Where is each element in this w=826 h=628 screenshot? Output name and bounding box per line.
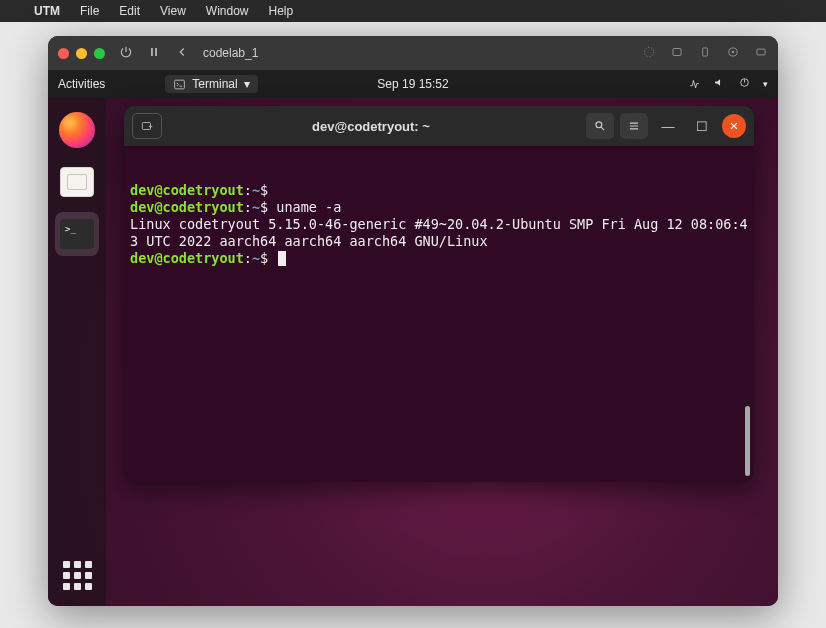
back-icon[interactable] [175, 45, 189, 62]
close-icon [727, 119, 741, 133]
terminal-body[interactable]: dev@codetryout:~$ dev@codetryout:~$ unam… [124, 146, 754, 482]
svg-point-4 [732, 50, 734, 52]
ubuntu-dock: >_ [48, 98, 106, 606]
utm-titlebar: codelab_1 [48, 36, 778, 70]
help-menu[interactable]: Help [269, 4, 294, 18]
terminal-headerbar: dev@codetryout: ~ — ☐ [124, 106, 754, 146]
svg-rect-2 [703, 47, 708, 55]
show-applications-button[interactable] [60, 558, 94, 592]
terminal-title: dev@codetryout: ~ [162, 119, 580, 134]
new-tab-button[interactable] [132, 113, 162, 139]
terminal-line: dev@codetryout:~$ [130, 182, 748, 199]
file-menu[interactable]: File [80, 4, 99, 18]
power-menu-icon[interactable] [738, 76, 751, 92]
network-icon[interactable] [688, 76, 701, 92]
terminal-line: Linux codetryout 5.15.0-46-generic #49~2… [130, 216, 748, 250]
terminal-line: dev@codetryout:~$ [130, 250, 748, 267]
chevron-down-icon: ▾ [244, 77, 250, 91]
window-menu[interactable]: Window [206, 4, 249, 18]
minimize-button[interactable]: — [654, 113, 682, 139]
svg-point-9 [596, 122, 602, 128]
minimize-button[interactable] [76, 48, 87, 59]
zoom-button[interactable] [94, 48, 105, 59]
terminal-scrollbar[interactable] [745, 406, 750, 476]
macos-menubar: UTM File Edit View Window Help [0, 0, 826, 22]
usb-icon[interactable] [698, 45, 712, 62]
dock-item-terminal[interactable]: >_ [55, 212, 99, 256]
chevron-down-icon[interactable]: ▾ [763, 79, 768, 89]
firefox-icon [59, 112, 95, 148]
close-button[interactable] [58, 48, 69, 59]
files-icon [60, 167, 94, 197]
terminal-icon: >_ [60, 219, 94, 249]
power-icon[interactable] [119, 45, 133, 62]
view-menu[interactable]: View [160, 4, 186, 18]
vm-title: codelab_1 [203, 46, 258, 60]
pause-icon[interactable] [147, 45, 161, 62]
terminal-small-icon [173, 78, 186, 91]
dock-item-files[interactable] [55, 160, 99, 204]
clock[interactable]: Sep 19 15:52 [377, 77, 448, 91]
window-controls [58, 48, 105, 59]
svg-rect-6 [175, 80, 185, 89]
cursor [278, 251, 286, 266]
search-icon [593, 119, 607, 133]
terminal-window: dev@codetryout: ~ — ☐ dev@codetryout:~$ … [124, 106, 754, 482]
app-menu-terminal[interactable]: Terminal ▾ [165, 75, 257, 93]
dock-item-firefox[interactable] [55, 108, 99, 152]
share-icon[interactable] [754, 45, 768, 62]
app-menu[interactable]: UTM [34, 4, 60, 18]
svg-rect-8 [142, 123, 150, 130]
gnome-topbar: Activities Terminal ▾ Sep 19 15:52 ▾ [48, 70, 778, 98]
loading-icon [642, 45, 656, 62]
maximize-button[interactable]: ☐ [688, 113, 716, 139]
ubuntu-desktop: Activities Terminal ▾ Sep 19 15:52 ▾ [48, 70, 778, 606]
activities-button[interactable]: Activities [58, 77, 105, 91]
edit-menu[interactable]: Edit [119, 4, 140, 18]
svg-rect-1 [673, 48, 681, 55]
close-button[interactable] [722, 114, 746, 138]
hamburger-menu-button[interactable] [620, 113, 648, 139]
hamburger-icon [627, 119, 641, 133]
app-menu-label: Terminal [192, 77, 237, 91]
terminal-line: dev@codetryout:~$ uname -a [130, 199, 748, 216]
svg-rect-5 [757, 49, 765, 55]
utm-window: codelab_1 Activities Terminal ▾ Sep 19 1… [48, 36, 778, 606]
disk-icon[interactable] [726, 45, 740, 62]
capture-icon[interactable] [670, 45, 684, 62]
svg-point-0 [644, 47, 653, 56]
search-button[interactable] [586, 113, 614, 139]
volume-icon[interactable] [713, 76, 726, 92]
